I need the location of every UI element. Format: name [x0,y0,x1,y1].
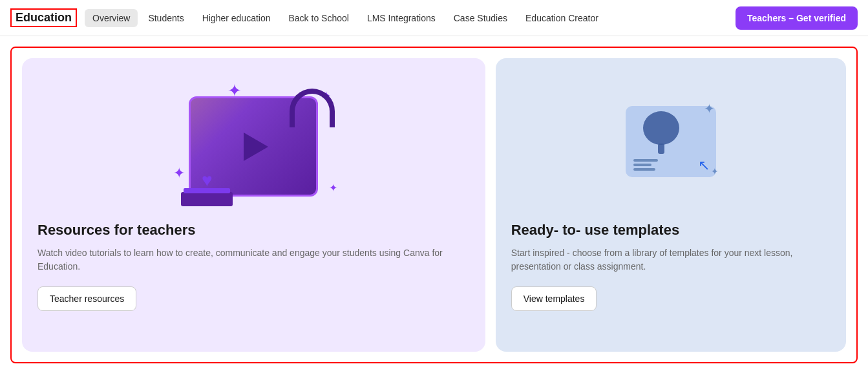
navigation: Education Overview Students Higher educa… [0,0,868,36]
templates-illustration: ↖ ✦ ✦ [619,93,723,197]
nav-item-overview[interactable]: Overview [85,9,138,27]
right-card-body: Ready- to- use templates Start inspired … [511,221,831,311]
templates-card: ↖ ✦ ✦ Ready- to- use templates Start ins… [496,58,846,352]
teacher-resources-description: Watch video tutorials to learn how to cr… [37,246,470,273]
nav-item-lms-integrations[interactable]: LMS Integrations [359,9,443,27]
main-content-area: ✦ ✦ ✦ ✦ ♥ Resources for teachers Watch v… [10,47,858,363]
teachers-get-verified-button[interactable]: Teachers – Get verified [736,6,858,30]
templates-title: Ready- to- use templates [511,221,831,240]
nav-item-students[interactable]: Students [140,9,191,27]
teacher-resources-card: ✦ ✦ ✦ ✦ ♥ Resources for teachers Watch v… [22,58,485,352]
cursor-icon: ↖ [698,157,710,174]
books-icon [181,192,233,206]
nav-item-education-creator[interactable]: Education Creator [518,9,606,27]
view-templates-button[interactable]: View templates [511,286,597,311]
sparkle-icon-4: ✦ [329,183,337,193]
right-card-illustration: ↖ ✦ ✦ [511,74,831,216]
doc-line-2 [633,164,651,166]
teacher-resources-illustration: ✦ ✦ ✦ ✦ ♥ [163,77,344,213]
nav-item-back-to-school[interactable]: Back to School [281,9,357,27]
nav-item-higher-education[interactable]: Higher education [195,9,279,27]
teacher-resources-button[interactable]: Teacher resources [37,286,136,311]
heart-books-decoration: ♥ [181,170,233,206]
tree-icon [639,110,684,158]
template-box: ↖ [626,106,716,177]
teacher-resources-title: Resources for teachers [37,221,470,240]
nav-item-case-studies[interactable]: Case Studies [446,9,515,27]
left-card-illustration: ✦ ✦ ✦ ✦ ♥ [37,74,470,216]
templates-description: Start inspired - choose from a library o… [511,246,831,273]
play-button-icon [244,133,268,161]
sparkle-icon-right-2: ✦ [711,167,719,176]
doc-line-1 [633,159,658,162]
document-lines [633,159,658,171]
svg-rect-1 [658,144,664,154]
doc-line-3 [633,168,655,171]
sparkle-icon-right-1: ✦ [704,102,715,115]
education-logo[interactable]: Education [10,8,77,27]
svg-point-0 [643,111,679,145]
left-card-body: Resources for teachers Watch video tutor… [37,221,470,311]
